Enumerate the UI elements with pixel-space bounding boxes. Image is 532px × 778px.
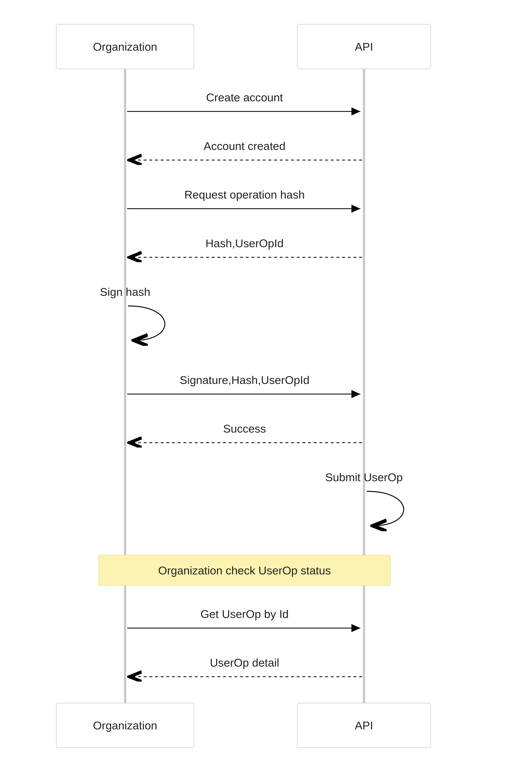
actor-api-label: API — [355, 40, 373, 53]
actor-api-top: API — [297, 24, 431, 69]
msg-sign-hash-loop — [128, 306, 165, 340]
msg-submit-userop-loop — [367, 491, 404, 526]
msg-userop-detail-label: UserOp detail — [210, 656, 279, 669]
msg-get-userop-label: Get UserOp by Id — [200, 608, 289, 620]
msg-submit-userop-label: Submit UserOp — [325, 471, 403, 484]
msg-create-account-label: Create account — [206, 91, 283, 104]
actor-api-bottom-label: API — [355, 719, 373, 732]
actor-api-bottom: API — [297, 703, 431, 748]
actor-organization-label: Organization — [93, 40, 157, 53]
msg-request-hash-label: Request operation hash — [184, 188, 305, 201]
note-check-status: Organization check UserOp status — [99, 555, 390, 586]
msg-signature-label: Signature,Hash,UserOpId — [180, 374, 309, 386]
actor-organization-bottom: Organization — [56, 703, 194, 748]
actor-organization-top: Organization — [56, 24, 194, 69]
note-check-status-label: Organization check UserOp status — [158, 564, 331, 577]
actor-organization-bottom-label: Organization — [93, 719, 157, 732]
msg-success-label: Success — [223, 422, 266, 435]
msg-account-created-label: Account created — [204, 140, 286, 152]
msg-hash-useropid-label: Hash,UserOpId — [205, 237, 284, 250]
sequence-diagram: Organization API Create account Account … — [0, 0, 532, 778]
msg-sign-hash-label: Sign hash — [100, 286, 150, 298]
